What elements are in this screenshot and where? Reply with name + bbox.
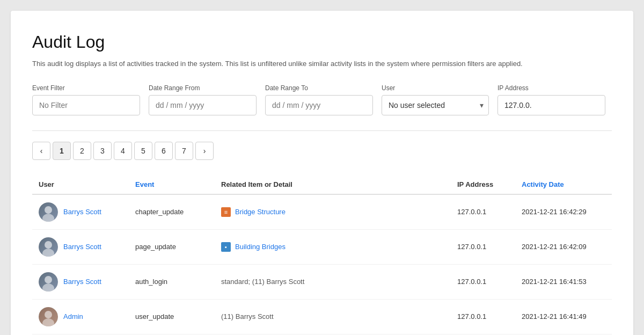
ip-filter-group: IP Address xyxy=(497,84,605,115)
ip-cell: 127.0.0.1 xyxy=(451,299,515,334)
event-cell: auth_login xyxy=(129,264,215,299)
svg-point-10 xyxy=(45,311,52,318)
activity-cell: 2021-12-21 16:41:53 xyxy=(515,264,612,299)
filters-row: Event Filter Date Range From Date Range … xyxy=(32,84,612,115)
related-td: (11) Barrys Scott xyxy=(215,299,451,334)
user-select-wrapper: No user selected xyxy=(382,95,489,115)
page-title: Audit Log xyxy=(32,32,612,52)
activity-date: 2021-12-21 16:42:29 xyxy=(522,208,587,216)
svg-point-7 xyxy=(45,276,52,283)
related-td: ▪ Building Bridges xyxy=(215,229,451,264)
ip-text: 127.0.0.1 xyxy=(457,312,486,321)
user-filter-label: User xyxy=(382,84,489,92)
user-link[interactable]: Barrys Scott xyxy=(63,278,101,286)
related-cell: ▪ Building Bridges xyxy=(221,242,444,252)
user-filter-group: User No user selected xyxy=(382,84,489,115)
main-container: Audit Log This audit log displays a list… xyxy=(11,11,633,335)
event-text: auth_login xyxy=(135,278,167,286)
user-cell-inner: Barrys Scott xyxy=(39,272,122,292)
activity-date: 2021-12-21 16:42:09 xyxy=(522,243,587,251)
ip-cell: 127.0.0.1 xyxy=(451,229,515,264)
related-td: standard; (11) Barrys Scott xyxy=(215,264,451,299)
ip-text: 127.0.0.1 xyxy=(457,278,486,286)
user-cell: Barrys Scott xyxy=(32,229,129,264)
event-filter-input[interactable] xyxy=(32,95,140,115)
table-row: Admin user_update (11) Barrys Scott 127.… xyxy=(32,299,612,334)
col-header-related: Related Item or Detail xyxy=(215,175,451,194)
event-filter-group: Event Filter xyxy=(32,84,140,115)
activity-cell: 2021-12-21 16:41:49 xyxy=(515,299,612,334)
user-cell-inner: Barrys Scott xyxy=(39,237,122,257)
table-row: Barrys Scott auth_login standard; (11) B… xyxy=(32,264,612,299)
col-header-user: User xyxy=(32,175,129,194)
event-text: page_update xyxy=(135,243,176,251)
chapter-icon: ≡ xyxy=(221,207,231,217)
event-cell: page_update xyxy=(129,229,215,264)
table-row: Barrys Scott page_update ▪ Building Brid… xyxy=(32,229,612,264)
ip-filter-input[interactable] xyxy=(497,95,605,115)
col-header-event: Event xyxy=(129,175,215,194)
avatar xyxy=(39,307,58,326)
date-to-group: Date Range To xyxy=(265,84,373,115)
audit-table: User Event Related Item or Detail IP Add… xyxy=(32,175,612,336)
date-to-label: Date Range To xyxy=(265,84,373,92)
pagination-prev[interactable]: ‹ xyxy=(32,142,50,160)
related-link[interactable]: Building Bridges xyxy=(235,243,286,251)
page-icon: ▪ xyxy=(221,242,231,252)
event-cell: user_update xyxy=(129,299,215,334)
user-link[interactable]: Admin xyxy=(63,312,83,321)
pagination-page-2[interactable]: 2 xyxy=(73,142,91,160)
table-row: Barrys Scott chapter_update ≡ Bridge Str… xyxy=(32,194,612,230)
activity-cell: 2021-12-21 16:42:29 xyxy=(515,194,612,230)
date-from-input[interactable] xyxy=(149,95,257,115)
col-header-activity: Activity Date xyxy=(515,175,612,194)
pagination-page-5[interactable]: 5 xyxy=(134,142,152,160)
activity-date: 2021-12-21 16:41:49 xyxy=(522,312,587,321)
user-link[interactable]: Barrys Scott xyxy=(63,243,101,251)
divider xyxy=(32,130,612,131)
avatar xyxy=(39,237,58,257)
ip-filter-label: IP Address xyxy=(497,84,605,92)
date-from-group: Date Range From xyxy=(149,84,257,115)
activity-date: 2021-12-21 16:41:53 xyxy=(522,278,587,286)
related-td: ≡ Bridge Structure xyxy=(215,194,451,230)
page-description: This audit log displays a list of activi… xyxy=(32,59,612,69)
related-plain: standard; (11) Barrys Scott xyxy=(221,278,304,286)
related-link[interactable]: Bridge Structure xyxy=(235,208,286,216)
date-from-label: Date Range From xyxy=(149,84,257,92)
pagination-page-7[interactable]: 7 xyxy=(175,142,193,160)
user-cell: Barrys Scott xyxy=(32,194,129,230)
user-link[interactable]: Barrys Scott xyxy=(63,208,101,216)
svg-point-4 xyxy=(45,241,52,249)
user-cell: Barrys Scott xyxy=(32,264,129,299)
avatar xyxy=(39,202,58,222)
event-text: chapter_update xyxy=(135,208,184,216)
related-plain: (11) Barrys Scott xyxy=(221,312,274,321)
event-cell: chapter_update xyxy=(129,194,215,230)
user-cell-inner: Admin xyxy=(39,307,122,326)
pagination-next[interactable]: › xyxy=(195,142,214,160)
ip-cell: 127.0.0.1 xyxy=(451,194,515,230)
event-filter-label: Event Filter xyxy=(32,84,140,92)
ip-text: 127.0.0.1 xyxy=(457,243,486,251)
related-cell: ≡ Bridge Structure xyxy=(221,207,444,217)
user-cell: Admin xyxy=(32,299,129,334)
date-to-input[interactable] xyxy=(265,95,373,115)
avatar xyxy=(39,272,58,292)
ip-text: 127.0.0.1 xyxy=(457,208,486,216)
pagination-page-6[interactable]: 6 xyxy=(155,142,173,160)
svg-point-1 xyxy=(45,206,52,214)
user-filter-select[interactable]: No user selected xyxy=(382,95,489,115)
pagination-page-1[interactable]: 1 xyxy=(53,142,71,160)
pagination: ‹ 1 2 3 4 5 6 7 › xyxy=(32,142,612,160)
ip-cell: 127.0.0.1 xyxy=(451,264,515,299)
event-text: user_update xyxy=(135,312,174,321)
pagination-page-4[interactable]: 4 xyxy=(114,142,132,160)
user-cell-inner: Barrys Scott xyxy=(39,202,122,222)
col-header-ip: IP Address xyxy=(451,175,515,194)
activity-cell: 2021-12-21 16:42:09 xyxy=(515,229,612,264)
pagination-page-3[interactable]: 3 xyxy=(93,142,112,160)
table-header-row: User Event Related Item or Detail IP Add… xyxy=(32,175,612,194)
